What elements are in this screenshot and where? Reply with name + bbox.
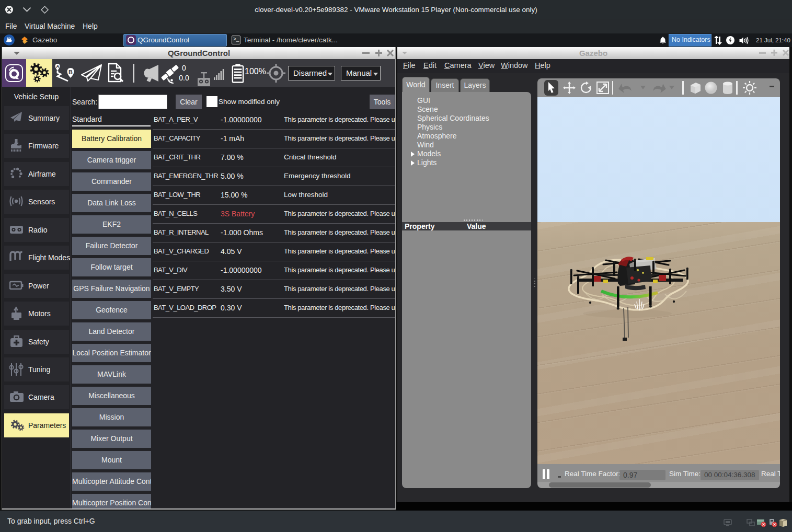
svg-text:A: A	[56, 64, 59, 69]
svg-text:B: B	[68, 69, 73, 75]
